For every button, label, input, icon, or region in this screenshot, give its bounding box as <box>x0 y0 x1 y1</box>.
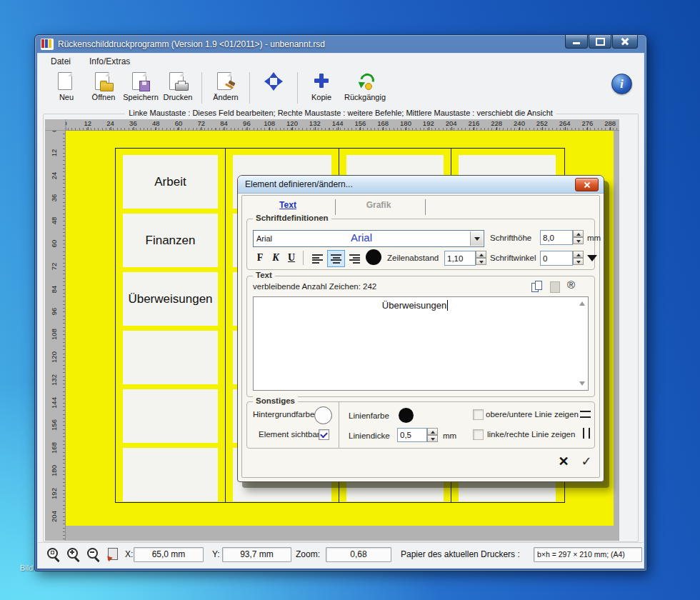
undo-button[interactable]: Rückgängig <box>340 71 390 106</box>
scroll-up-icon[interactable] <box>579 301 585 306</box>
label-text-content: Überweisungen <box>254 300 576 311</box>
misc-group: Sonstiges Hintergrundfarbe Element sicht… <box>246 401 595 449</box>
bold-button[interactable]: F <box>253 250 267 266</box>
line-width-field[interactable]: 0,5 <box>397 428 427 442</box>
background-color-label: Hintergrundfarbe <box>253 410 314 419</box>
ruler-tick-label: 252 <box>536 119 548 127</box>
maximize-button[interactable] <box>589 35 611 49</box>
font-height-field[interactable]: 8,0 <box>540 230 573 245</box>
label-cell[interactable] <box>123 389 218 443</box>
ruler-tick-label: 72 <box>198 119 206 127</box>
ruler-vertical: 0122436486072849610812013214415616818019… <box>45 130 66 541</box>
tab-text[interactable]: Text <box>258 200 318 210</box>
ruler-tick-label: 240 <box>514 119 525 127</box>
ruler-tick-label: 192 <box>51 486 58 501</box>
label-cell[interactable]: Finanzen <box>123 214 218 267</box>
mm-unit-label: mm <box>587 234 601 242</box>
element-dialog: Element definieren/ändern... Text Grafik… <box>237 175 604 482</box>
text-group: Text verbleibende Anzahl Zeichen: 242 ® … <box>246 276 595 397</box>
ruler-tick-label: 12 <box>84 119 92 127</box>
toolbar-separator <box>303 251 304 265</box>
line-color-swatch[interactable] <box>399 408 414 423</box>
line-width-label: Liniendicke <box>349 431 390 440</box>
font-height-spinner[interactable] <box>573 230 584 244</box>
align-left-icon <box>312 254 323 264</box>
registered-symbol-button[interactable]: ® <box>567 279 575 291</box>
underline-button[interactable]: U <box>284 250 299 266</box>
ruler-tick-label: 120 <box>286 119 298 127</box>
label-column: ArbeitFinanzenÜberweisungen <box>116 149 226 502</box>
menu-datei[interactable]: Datei <box>48 55 74 68</box>
toolbar-button-label: Öffnen <box>92 93 116 101</box>
top-bottom-line-checkbox[interactable] <box>473 409 484 420</box>
edit-button[interactable]: Ändern <box>207 71 244 106</box>
menu-bar: Datei Info/Extras <box>38 54 644 69</box>
ruler-tick-label: 108 <box>264 119 275 127</box>
save-button[interactable]: Speichern <box>122 71 159 106</box>
font-angle-field[interactable]: 0 <box>540 251 573 266</box>
group-divider <box>339 402 339 448</box>
minimize-button[interactable] <box>565 35 588 49</box>
misc-group-legend: Sonstiges <box>253 396 298 405</box>
label-cell[interactable]: Arbeit <box>123 155 218 209</box>
ok-button[interactable]: ✓ <box>578 453 595 470</box>
label-cell[interactable]: Überweisungen <box>123 272 218 326</box>
fit-page-icon[interactable] <box>106 547 119 561</box>
move-arrows-icon <box>263 71 284 91</box>
ruler-tick-label: 132 <box>51 372 58 388</box>
align-center-button[interactable] <box>327 250 345 267</box>
left-right-line-checkbox[interactable] <box>473 429 484 440</box>
dialog-close-button[interactable] <box>575 178 599 191</box>
paper-size-value: b×h = 297 × 210 mm; (A4) <box>534 547 642 562</box>
font-definitions-legend: Schriftdefinitionen <box>253 214 331 222</box>
ruler-tick-label: 264 <box>559 119 571 127</box>
info-icon: i <box>620 78 623 91</box>
dialog-titlebar[interactable]: Element definieren/ändern... <box>238 176 604 194</box>
undo-arrow-icon <box>354 71 376 91</box>
align-left-button[interactable] <box>309 250 326 267</box>
font-family-combobox[interactable]: Arial Arial <box>253 230 484 247</box>
move-view-button[interactable] <box>255 71 292 106</box>
font-definitions-group: Schriftdefinitionen Arial Arial Schrifth… <box>246 219 595 270</box>
line-width-spinner[interactable] <box>427 428 438 442</box>
save-floppy-icon <box>130 71 151 91</box>
label-text-area[interactable]: Überweisungen <box>253 296 589 391</box>
dropdown-arrow-icon[interactable] <box>470 231 483 246</box>
angle-dropdown-icon[interactable] <box>587 255 597 261</box>
label-cell[interactable] <box>123 448 218 501</box>
desktop-icon-label[interactable]: Bild <box>20 564 33 572</box>
cancel-button[interactable]: ✕ <box>555 453 572 470</box>
label-cell[interactable] <box>123 331 218 384</box>
ruler-tick-label: 24 <box>106 119 114 127</box>
menu-info-extras[interactable]: Info/Extras <box>86 55 133 68</box>
zoom-reset-icon[interactable] <box>46 547 61 562</box>
italic-button[interactable]: K <box>269 250 283 266</box>
tab-separator <box>425 199 426 215</box>
ruler-tick-label: 60 <box>175 119 183 127</box>
print-button[interactable]: Drucken <box>159 71 196 106</box>
ruler-tick-label: 12 <box>51 145 58 161</box>
close-button[interactable] <box>612 35 638 49</box>
zoom-out-icon[interactable] <box>86 547 101 562</box>
element-visible-checkbox[interactable] <box>319 429 329 440</box>
font-angle-spinner[interactable] <box>573 251 584 265</box>
ruler-tick-label: 36 <box>51 190 58 206</box>
copy-button[interactable]: Kopie <box>303 71 340 106</box>
line-spacing-field[interactable]: 1,10 <box>444 251 476 266</box>
scroll-down-icon[interactable] <box>579 381 585 386</box>
window-titlebar[interactable]: Rückenschilddruckprogramm (Version 1.9 <… <box>35 35 646 54</box>
ruler-tick-label: 48 <box>51 213 58 229</box>
info-button[interactable]: i <box>611 74 632 94</box>
ruler-tick-label: 180 <box>51 463 58 479</box>
ruler-tick-label: 156 <box>354 119 366 127</box>
background-color-swatch[interactable] <box>314 406 332 424</box>
align-right-button[interactable] <box>346 250 364 267</box>
tab-grafik[interactable]: Grafik <box>344 200 414 210</box>
font-color-swatch[interactable] <box>366 249 381 265</box>
new-button[interactable]: Neu <box>48 71 85 106</box>
ruler-tick-label: 288 <box>604 119 616 127</box>
open-button[interactable]: Öffnen <box>85 71 122 106</box>
line-spacing-spinner[interactable] <box>476 251 486 265</box>
copy-icon[interactable] <box>531 281 544 292</box>
zoom-in-icon[interactable] <box>66 547 81 562</box>
